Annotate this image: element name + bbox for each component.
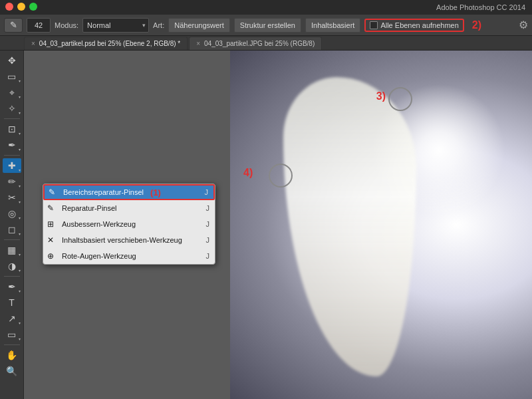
label-2-annotation: 2)	[472, 19, 481, 31]
label-4-annotation: 4)	[243, 167, 253, 179]
tab-close-icon[interactable]: ×	[31, 40, 35, 47]
shortcut-key-3: J	[206, 220, 210, 228]
struktur-button[interactable]: Struktur erstellen	[234, 18, 301, 33]
tool-move[interactable]: ✥	[3, 53, 21, 68]
photo-canvas: 3) 4)	[230, 51, 532, 399]
toolbar-separator-1	[4, 118, 20, 119]
canvas-area[interactable]: ✎ Bereichsreparatur-Pinsel (1) J ✎ Repar…	[24, 51, 532, 399]
context-menu-item-heal[interactable]: ✎ Bereichsreparatur-Pinsel (1) J	[43, 184, 215, 200]
brush-tool-icon[interactable]: ✎	[4, 18, 23, 33]
context-item-label-5: Rote-Augen-Werkzeug	[62, 252, 136, 260]
minimize-button[interactable]	[17, 3, 25, 11]
tool-text[interactable]: T	[3, 295, 21, 310]
tab-jpg[interactable]: × 04_03_partikel.JPG bei 25% (RGB/8)	[189, 37, 322, 50]
inhaltsbasiert-button[interactable]: Inhaltsbasiert	[305, 18, 360, 33]
context-menu-item-patch[interactable]: ⊞ Ausbessern-Werkzeug J	[43, 216, 215, 232]
tool-zoom[interactable]: 🔍	[3, 364, 21, 378]
settings-icon[interactable]: ⚙	[519, 19, 528, 31]
toolbar: ✎ 42 Modus: Normal ▾ Art: Näherungswert …	[0, 15, 532, 36]
tool-magic-wand[interactable]: ✧▾	[3, 101, 21, 116]
traffic-lights	[5, 3, 37, 11]
content-move-icon: ✕	[47, 235, 54, 245]
tool-shape[interactable]: ▭▾	[3, 327, 21, 342]
shortcut-key: J	[205, 188, 209, 196]
repair-icon: ✎	[47, 203, 54, 213]
chevron-down-icon: ▾	[142, 22, 146, 29]
tab-psd-label: 04_03_partikel.psd bei 25% (Ebene 2, RGB…	[39, 40, 180, 47]
context-menu: ✎ Bereichsreparatur-Pinsel (1) J ✎ Repar…	[43, 184, 215, 265]
tool-eraser[interactable]: ◻▾	[3, 222, 21, 237]
context-item-label: Bereichsreparatur-Pinsel	[63, 188, 144, 196]
shortcut-key-2: J	[206, 204, 210, 212]
label-3-annotation: 3)	[376, 90, 386, 102]
toolbar-separator-4	[4, 276, 20, 277]
tool-select-rect[interactable]: ▭▾	[3, 69, 21, 84]
left-toolbar: ✥ ▭▾ ⌖▾ ✧▾ ⊡▾ ✒▾ ✚▾ ✏▾ ✂▾ ◎▾ ◻▾	[0, 51, 24, 399]
naeherungswert-button[interactable]: Näherungswert	[168, 18, 230, 33]
context-item-label-4: Inhaltsbasiert verschieben-Werkzeug	[62, 236, 182, 244]
titlebar: Adobe Photoshop CC 2014	[0, 0, 532, 15]
tool-dodge[interactable]: ◑▾	[3, 259, 21, 273]
maximize-button[interactable]	[29, 3, 37, 11]
circle-3-annotation	[388, 87, 412, 111]
alle-ebenen-checkbox[interactable]	[370, 21, 378, 29]
toolbar-separator-2	[4, 155, 20, 156]
tool-crop[interactable]: ⊡▾	[3, 122, 21, 136]
tool-hand[interactable]: ✋	[3, 348, 21, 362]
modus-dropdown[interactable]: Normal ▾	[82, 18, 149, 33]
shortcut-key-5: J	[206, 252, 210, 260]
modus-label: Modus:	[55, 21, 78, 29]
close-button[interactable]	[5, 3, 13, 11]
patch-icon: ⊞	[47, 219, 54, 229]
context-item-label-3: Ausbessern-Werkzeug	[62, 220, 136, 228]
tool-brush[interactable]: ✏▾	[3, 174, 21, 189]
context-menu-item-red-eye[interactable]: ⊕ Rote-Augen-Werkzeug J	[43, 248, 215, 264]
circle-4-annotation	[269, 164, 293, 188]
tab-close-icon-2[interactable]: ×	[196, 40, 200, 47]
tool-gradient[interactable]: ▦▾	[3, 243, 21, 257]
context-item-label-2: Reparatur-Pinsel	[62, 204, 117, 212]
toolbar-separator-5	[4, 344, 20, 345]
tool-lasso[interactable]: ⌖▾	[3, 85, 21, 100]
art-label: Art:	[153, 21, 164, 29]
alle-ebenen-group[interactable]: Alle Ebenen aufnehmen	[364, 19, 464, 32]
tool-path-select[interactable]: ↗▾	[3, 311, 21, 326]
main-area: ✥ ▭▾ ⌖▾ ✧▾ ⊡▾ ✒▾ ✚▾ ✏▾ ✂▾ ◎▾ ◻▾	[0, 51, 532, 399]
tool-eyedropper[interactable]: ✒▾	[3, 138, 21, 152]
toolbar-separator-3	[4, 239, 20, 240]
alle-ebenen-label: Alle Ebenen aufnehmen	[380, 21, 458, 29]
label-1-annotation: (1)	[150, 188, 161, 198]
heal-icon: ✎	[49, 188, 55, 197]
tool-history[interactable]: ◎▾	[3, 206, 21, 221]
app-title: Adobe Photoshop CC 2014	[436, 3, 525, 11]
tool-clone[interactable]: ✂▾	[3, 190, 21, 205]
tab-jpg-label: 04_03_partikel.JPG bei 25% (RGB/8)	[204, 40, 315, 47]
red-eye-icon: ⊕	[47, 251, 54, 261]
context-menu-item-repair[interactable]: ✎ Reparatur-Pinsel J	[43, 200, 215, 216]
context-menu-item-content-move[interactable]: ✕ Inhaltsbasiert verschieben-Werkzeug J	[43, 232, 215, 248]
shortcut-key-4: J	[206, 236, 210, 244]
tool-pen[interactable]: ✒▾	[3, 279, 21, 294]
tool-heal[interactable]: ✚▾	[3, 158, 21, 173]
brush-size-input[interactable]: 42	[27, 18, 51, 33]
tabs-bar: × 04_03_partikel.psd bei 25% (Ebene 2, R…	[0, 36, 532, 51]
tab-psd[interactable]: × 04_03_partikel.psd bei 25% (Ebene 2, R…	[24, 37, 188, 50]
